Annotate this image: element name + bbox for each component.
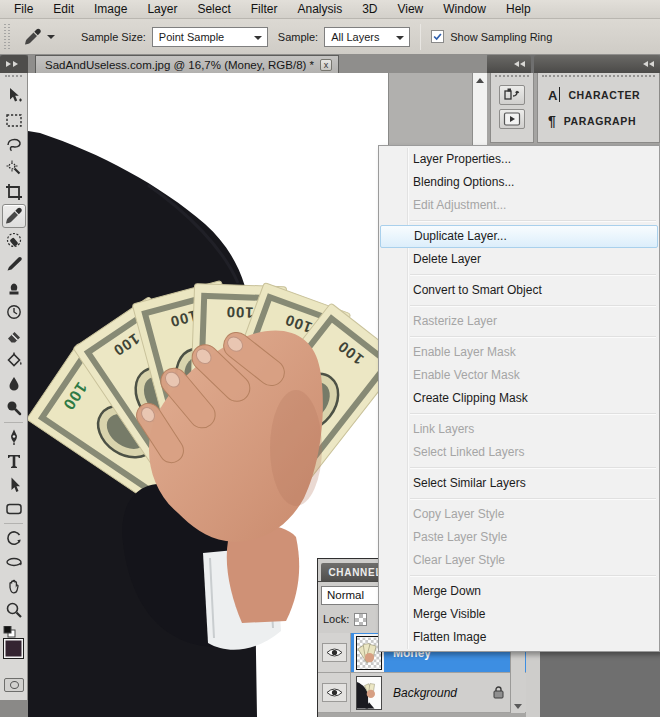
document-tab-title: SadAndUseless.com.jpg @ 16,7% (Money, RG… [45,59,314,71]
down-arrow-icon[interactable] [511,699,525,713]
menu-filter[interactable]: Filter [241,0,288,18]
character-panel-label: CHARACTER [568,89,640,101]
panel-grip[interactable] [542,75,655,81]
clone-source-panel-button[interactable] [499,85,525,105]
layer-thumbnail[interactable] [355,675,383,711]
menu-select[interactable]: Select [187,0,240,18]
dock-collapse-right[interactable] [534,55,660,73]
menu-analysis[interactable]: Analysis [287,0,352,18]
context-menu-item-delete-layer[interactable]: Delete Layer [379,248,659,271]
context-menu-item-select-similar-layers[interactable]: Select Similar Layers [379,472,659,495]
menu-3d[interactable]: 3D [352,0,387,18]
layer-name: Background [393,686,457,700]
context-menu-item-flatten-image[interactable]: Flatten Image [379,626,659,649]
layer-visibility-toggle[interactable] [322,683,347,702]
blur-tool-button[interactable] [2,372,26,396]
document-tab[interactable]: SadAndUseless.com.jpg @ 16,7% (Money, RG… [35,55,339,73]
context-menu-item-convert-to-smart-object[interactable]: Convert to Smart Object [379,279,659,302]
show-sampling-ring-checkbox[interactable] [431,30,444,43]
marquee-tool-button[interactable] [2,108,26,132]
menu-separator [410,305,656,306]
type-tool-button[interactable] [2,449,26,473]
dodge-tool-button[interactable] [2,396,26,420]
default-colors-icon[interactable] [3,626,17,638]
shape-tool-button[interactable] [2,497,26,521]
brush-tool-button[interactable] [2,252,26,276]
context-menu-item-merge-down[interactable]: Merge Down [379,580,659,603]
sample-dropdown[interactable]: All Layers [324,27,410,47]
menu-window[interactable]: Window [433,0,496,18]
eyedropper-tool-icon [23,27,43,47]
menu-edit[interactable]: Edit [43,0,84,18]
hand-tool-button[interactable] [2,574,26,598]
context-menu-item-merge-visible[interactable]: Merge Visible [379,603,659,626]
lock-transparency-icon[interactable] [354,613,367,626]
menu-layer[interactable]: Layer [137,0,187,18]
zoom-tool-button[interactable] [2,598,26,622]
zoom-tool-icon [4,600,24,620]
eraser-tool-button[interactable] [2,324,26,348]
toolbar-separator [4,523,23,524]
foreground-color-swatch[interactable] [3,638,24,659]
context-menu-item-link-layers: Link Layers [379,418,659,441]
context-menu-item-clear-layer-style: Clear Layer Style [379,549,659,572]
character-panel-button[interactable]: A CHARACTER [538,83,659,107]
menu-bar: FileEditImageLayerSelectFilterAnalysis3D… [0,0,660,19]
rotate-3d-tool-button[interactable] [2,526,26,550]
menu-separator [410,498,656,499]
quick-mask-icon [10,681,19,689]
layer-visibility-cell [318,633,351,672]
context-menu-item-duplicate-layer[interactable]: Duplicate Layer... [380,225,658,248]
options-bar-grip[interactable] [3,24,11,50]
layer-visibility-toggle[interactable] [322,643,347,662]
toolbar-separator [4,422,23,423]
menu-help[interactable]: Help [496,0,541,18]
actions-panel-button[interactable] [499,109,525,129]
type-tool-icon [4,451,24,471]
sample-size-dropdown[interactable]: Point Sample [152,27,268,47]
clone-source-icon [502,85,522,105]
context-menu-item-layer-properties[interactable]: Layer Properties... [379,148,659,171]
menu-view[interactable]: View [387,0,433,18]
toolbar-header[interactable] [0,55,28,73]
menu-separator [410,467,656,468]
close-icon[interactable]: x [320,59,332,71]
context-menu-item-blending-options[interactable]: Blending Options... [379,171,659,194]
toolbar-dock-background [0,700,28,717]
orbit-3d-tool-button[interactable] [2,550,26,574]
menu-separator [410,413,656,414]
toolbar-grip[interactable] [5,75,22,81]
check-icon [432,31,443,42]
path-selection-tool-button[interactable] [2,473,26,497]
double-right-arrow-icon [6,61,11,67]
move-tool-button[interactable] [2,84,26,108]
spot-healing-tool-button[interactable] [2,228,26,252]
eyedropper-tool-button[interactable] [2,204,26,228]
pen-tool-button[interactable] [2,425,26,449]
clone-stamp-tool-button[interactable] [2,276,26,300]
context-menu-item-create-clipping-mask[interactable]: Create Clipping Mask [379,387,659,410]
paint-bucket-tool-button[interactable] [2,348,26,372]
dock-collapse-left[interactable] [487,55,531,73]
sample-size-value: Point Sample [159,31,224,43]
menu-separator [410,575,656,576]
history-brush-tool-button[interactable] [2,300,26,324]
lasso-tool-button[interactable] [2,132,26,156]
layer-row-background[interactable]: Background [318,673,526,713]
menu-image[interactable]: Image [84,0,137,18]
sample-size-label: Sample Size: [81,31,146,43]
quick-selection-tool-button[interactable] [2,156,26,180]
paragraph-panel-button[interactable]: ¶ PARAGRAPH [538,109,659,133]
dodge-tool-icon [4,398,24,418]
color-swatch-area [0,626,27,704]
double-left-arrow-icon [520,61,525,67]
menu-file[interactable]: File [4,0,43,18]
quick-mask-button[interactable] [4,678,24,692]
up-arrow-icon[interactable] [473,73,487,87]
context-menu-item-select-linked-layers: Select Linked Layers [379,441,659,464]
document-tab-strip: SadAndUseless.com.jpg @ 16,7% (Money, RG… [28,55,487,73]
context-menu-item-copy-layer-style: Copy Layer Style [379,503,659,526]
crop-tool-button[interactable] [2,180,26,204]
panel-grip[interactable] [495,75,529,81]
tool-preset-picker[interactable] [17,25,61,49]
